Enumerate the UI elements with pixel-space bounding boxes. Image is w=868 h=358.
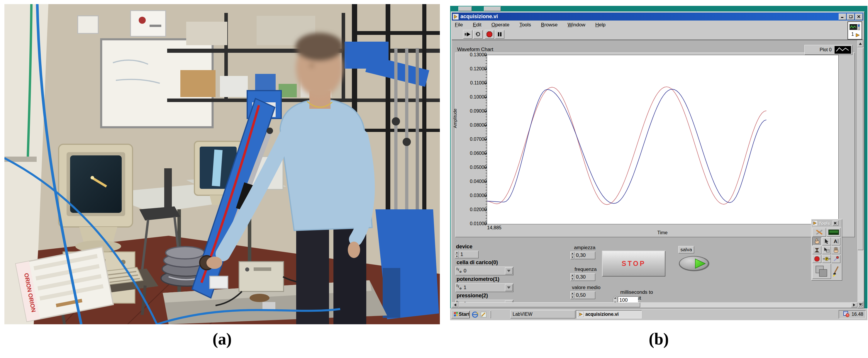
channel-1-label: potenziometro(1) (457, 276, 499, 282)
menu-bar: File Edit Operate Tools Browse Window He… (452, 21, 863, 29)
auto-tool-button[interactable] (812, 228, 826, 237)
device-control[interactable]: ▲▼ 1 (455, 251, 478, 258)
channel-1-dropdown[interactable] (505, 284, 513, 291)
run-button[interactable] (463, 30, 472, 39)
menu-edit[interactable]: Edit (473, 22, 481, 28)
maximize-button[interactable] (847, 13, 855, 20)
text-tool-icon: A (833, 238, 839, 244)
background-window-tab[interactable] (458, 6, 472, 11)
taskbar-clock: 16.48 (851, 312, 863, 317)
y-tick-label: 0.04000 (462, 179, 487, 184)
tools-palette-close[interactable] (833, 221, 838, 226)
channel-2-label: pressione(2) (457, 293, 488, 299)
caption-b: (b) (450, 330, 867, 348)
background-window-tab[interactable] (484, 6, 501, 11)
pause-button[interactable] (495, 30, 504, 39)
horizontal-scrollbar[interactable] (452, 302, 858, 307)
valore-medio-label: valore medio (569, 285, 603, 291)
valore-medio-spinner[interactable]: ▲▼ (570, 291, 575, 299)
quicklaunch-ie[interactable] (471, 311, 479, 318)
color-copy-tool[interactable] (831, 255, 840, 263)
menu-help[interactable]: Help (595, 22, 606, 28)
valore-medio-control[interactable]: ▲▼ 0,50 (570, 291, 595, 299)
frequenza-value[interactable]: 0,30 (575, 273, 595, 281)
auto-tool-icon (815, 229, 824, 236)
quicklaunch-editor[interactable] (480, 311, 488, 318)
resize-grip[interactable] (858, 302, 863, 307)
eyedropper-icon (833, 256, 839, 262)
probe-icon: P (823, 257, 831, 261)
frequenza-control[interactable]: ▲▼ 0,30 (570, 273, 595, 281)
menu-tools[interactable]: Tools (519, 22, 531, 28)
reference-sine-red (487, 87, 766, 205)
abort-button[interactable] (485, 30, 494, 39)
window-title: acquisizione.vi (460, 13, 498, 20)
toolbar (452, 29, 863, 40)
task-acquisizione-active[interactable]: acquisizione.vi (576, 310, 642, 318)
ampiezza-spinner[interactable]: ▲▼ (570, 252, 575, 259)
lab-photo: ORION ORION (4, 4, 440, 324)
tools-palette-titlebar[interactable]: Tools (812, 220, 842, 227)
menu-browse[interactable]: Browse (541, 22, 558, 28)
wire-tool[interactable] (812, 246, 822, 254)
scheduler-tray-icon[interactable] (843, 311, 850, 318)
pencil-document-icon (480, 312, 487, 318)
set-color-tool[interactable] (812, 264, 831, 279)
ampiezza-value[interactable]: 0,30 (575, 252, 595, 259)
vertical-scrollbar[interactable] (858, 40, 863, 308)
run-continuously-button[interactable] (473, 30, 483, 39)
ampiezza-control[interactable]: ▲▼ 0,30 (570, 252, 595, 259)
scroll-tool[interactable] (831, 246, 840, 254)
waveform-curves (487, 55, 838, 224)
led-indicator-icon (829, 230, 839, 235)
taskbar: Start LabVIEW (450, 308, 867, 320)
operate-value-tool[interactable] (812, 237, 822, 246)
horizontal-scroll-thumb[interactable] (458, 302, 640, 307)
person-hand (207, 257, 222, 269)
probe-tool[interactable]: P (822, 255, 831, 263)
plot-legend[interactable]: Plot 0 (804, 45, 852, 55)
ms-wait-control[interactable]: 100 (613, 296, 638, 302)
edit-text-tool[interactable]: A (831, 237, 840, 246)
menu-file[interactable]: File (455, 22, 463, 28)
position-tool[interactable] (822, 237, 831, 246)
vertical-scroll-thumb[interactable] (858, 48, 863, 250)
labview-app-icon (812, 221, 817, 226)
valore-medio-value[interactable]: 0,50 (575, 291, 595, 299)
vi-icon[interactable]: 1 (847, 22, 862, 40)
menu-operate[interactable]: Operate (492, 22, 509, 28)
abort-icon (487, 31, 492, 37)
menu-window[interactable]: Window (568, 22, 585, 28)
y-axis: 0.130000.120000.110000.100000.090000.080… (460, 53, 487, 229)
taskbar-separator (469, 311, 470, 318)
plot-area[interactable] (487, 55, 839, 224)
ms-wait-spinner[interactable] (613, 296, 618, 302)
task-labview[interactable]: LabVIEW (510, 310, 575, 318)
scroll-right-button[interactable] (851, 302, 858, 307)
start-button[interactable]: Start (451, 310, 469, 318)
plot-line-style-swatch[interactable] (835, 46, 851, 54)
channel-1-combo[interactable]: I/o 1 (456, 283, 514, 292)
frequenza-spinner[interactable]: ▲▼ (570, 273, 575, 281)
shortcut-menu-tool[interactable] (822, 246, 831, 254)
channel-2-combo[interactable]: I/o 2 (456, 300, 514, 302)
close-button[interactable] (855, 13, 863, 20)
breakpoint-tool[interactable] (812, 255, 822, 263)
minimize-button[interactable] (839, 13, 846, 20)
device-value[interactable]: 1 (459, 251, 478, 258)
person-shirt (280, 99, 372, 230)
window-titlebar[interactable]: acquisizione.vi (452, 12, 863, 21)
stop-button[interactable]: STOP (602, 251, 665, 276)
plot-legend-label: Plot 0 (819, 47, 832, 53)
scroll-up-button[interactable] (858, 40, 863, 47)
channel-0-dropdown[interactable] (505, 267, 513, 274)
y-axis-title: Amplitude (453, 108, 458, 128)
run-icon (465, 32, 471, 37)
scroll-left-button[interactable] (452, 302, 458, 307)
salva-led-button[interactable] (678, 255, 710, 272)
device-spinner[interactable]: ▲▼ (455, 251, 459, 258)
channel-0-combo[interactable]: I/o 0 (456, 266, 514, 275)
paintbrush-tool[interactable] (832, 264, 840, 279)
y-tick-label: 0.06000 (462, 151, 487, 156)
ms-wait-value[interactable]: 100 (618, 296, 638, 302)
